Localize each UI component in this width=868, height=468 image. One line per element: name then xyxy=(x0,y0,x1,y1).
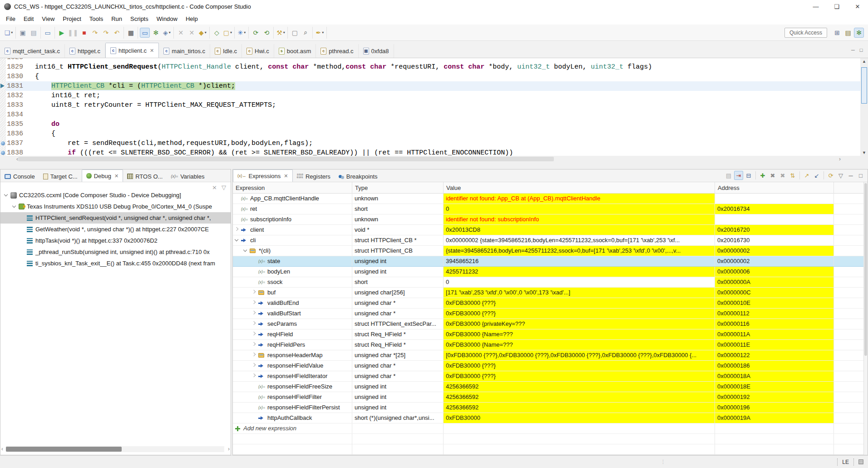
value-cell[interactable]: 4255711232 xyxy=(444,267,715,277)
horizontal-sash[interactable] xyxy=(0,162,868,169)
add-new-expression-row[interactable]: Add new expression xyxy=(233,423,864,434)
editor-vertical-scrollbar[interactable]: ▲ ▼ xyxy=(860,58,868,156)
gutter-annotation[interactable] xyxy=(0,148,6,156)
remove-expression-icon[interactable]: ✖ xyxy=(768,171,777,180)
code-line-1831[interactable]: 1831 HTTPClient_CB *cli = (HTTPClient_CB… xyxy=(0,81,860,91)
expander-icon[interactable] xyxy=(252,290,256,295)
highlight-button[interactable]: ◆▾ xyxy=(197,28,207,38)
expression-row--cli-[interactable]: *(cli)struct HTTPClient_CB{state=3945865… xyxy=(233,246,864,256)
show-columns-icon[interactable]: ⇥ xyxy=(734,171,743,180)
editor-tab-mqtt-client-task-c[interactable]: cmqtt_client_task.c xyxy=(0,44,65,58)
editor-tab-httpclient-c[interactable]: chttpclient.c✕ xyxy=(105,43,159,58)
maximize-editor-button[interactable]: □ xyxy=(857,47,865,53)
minimize-view-button[interactable]: ─ xyxy=(846,171,855,180)
column-header-address[interactable]: Address xyxy=(715,182,834,194)
expression-row-ssock[interactable]: (x)=ssockshort00x0000000A xyxy=(233,277,864,288)
debug-panel-tab-variables[interactable]: (x)=Variables xyxy=(167,171,208,182)
view-menu-chevron[interactable]: ▽ xyxy=(836,171,845,180)
editor-horizontal-scrollbar[interactable]: ‹ › xyxy=(0,156,868,162)
dropdown-caret[interactable]: ▾ xyxy=(322,30,324,35)
debug-horizontal-scrollbar[interactable] xyxy=(6,446,224,452)
value-cell[interactable]: [171 '\xab',253 '\xfd',0 '\x00',0 '\x00'… xyxy=(444,288,715,298)
ccs-debug-perspective-button[interactable]: ✻ xyxy=(854,28,864,38)
pin-view-button[interactable]: ▢ xyxy=(290,28,300,38)
editor-vscroll-thumb[interactable] xyxy=(861,67,867,104)
value-cell[interactable]: 0xFDB30000 {Name=??? xyxy=(444,329,715,339)
value-cell[interactable]: 0x00000002 {state=3945865216,bodyLen=425… xyxy=(444,235,715,245)
tree-row[interactable]: HTTPClient_sendRequest(void *, unsigned … xyxy=(0,212,231,224)
close-view-icon[interactable]: ✕ xyxy=(114,173,118,179)
expander-icon[interactable] xyxy=(252,363,256,368)
menu-window[interactable]: Window xyxy=(153,14,182,24)
value-cell[interactable]: 0 xyxy=(444,277,715,287)
expression-row-secparams[interactable]: secParamsstruct HTTPClient_extSecPar...0… xyxy=(233,319,864,329)
value-cell[interactable]: 3945865216 xyxy=(444,256,715,266)
gutter-annotation[interactable] xyxy=(0,62,6,72)
value-cell[interactable]: 4256366592 xyxy=(444,392,715,402)
value-cell[interactable]: 0xFDB30000 xyxy=(444,413,715,423)
expression-row-validbufstart[interactable]: validBufStartunsigned char *0xFDB30000 {… xyxy=(233,309,864,319)
layout-icon[interactable]: ▤ xyxy=(724,171,733,180)
connect-button[interactable]: ⟳ xyxy=(251,28,261,38)
quick-access-button[interactable]: Quick Access xyxy=(784,28,827,38)
value-cell[interactable]: 0x20013CD8 xyxy=(444,225,715,235)
expr-panel-tab-breakpoints[interactable]: Breakpoints xyxy=(335,171,382,182)
deselect-button[interactable]: ✕ xyxy=(176,28,186,38)
value-cell[interactable]: 0xFDB30000 {???} xyxy=(444,371,715,381)
target-monitor-button[interactable]: ▭ xyxy=(140,28,150,38)
menu-view[interactable]: View xyxy=(38,14,59,24)
expression-row-subscriptioninfo[interactable]: (x)=subscriptionInfounknownidentifier no… xyxy=(233,214,864,225)
expression-row-responsehfieldvalue[interactable]: responseHFieldValueunsigned char *0xFDB3… xyxy=(233,361,864,371)
maximize-button[interactable]: ❏ xyxy=(826,0,847,13)
menu-tools[interactable]: Tools xyxy=(85,14,107,24)
new-target-button[interactable]: ▢▾ xyxy=(222,28,232,38)
code-line-1836[interactable]: 1836 { xyxy=(0,129,860,139)
add-new-expression-label[interactable]: Add new expression xyxy=(243,425,296,432)
gutter-annotation[interactable] xyxy=(0,110,6,119)
expression-row-responsehfieldfreesize[interactable]: (x)=responseHFieldFreeSizeunsigned int42… xyxy=(233,382,864,392)
dropdown-caret[interactable]: ▾ xyxy=(205,30,207,35)
column-header-value[interactable]: Value xyxy=(444,182,715,194)
tree-row[interactable]: ti_sysbios_knl_Task_exit__E() at Task.c:… xyxy=(0,258,231,269)
code-line-1829[interactable]: 1829int16_t HTTPClient_sendRequest(HTTPC… xyxy=(0,62,860,72)
tree-row[interactable]: GetWeather(void *, unsigned char *)() at… xyxy=(0,224,231,235)
expressions-vscroll-thumb[interactable] xyxy=(864,183,867,356)
value-cell[interactable]: 0xFDB30000 {privateKey=??? xyxy=(444,319,715,329)
menu-edit[interactable]: Edit xyxy=(20,14,38,24)
debug-scroll-right-arrow[interactable]: › xyxy=(228,446,230,452)
suspend-button[interactable]: ❚❚ xyxy=(68,28,78,38)
tree-row[interactable]: httpTask(void *)() at httpget.c:337 0x20… xyxy=(0,235,231,246)
menu-scripts[interactable]: Scripts xyxy=(126,14,153,24)
deselect-all-button[interactable]: ✕ xyxy=(187,28,197,38)
expression-row-buf[interactable]: bufunsigned char[256][171 '\xab',253 '\x… xyxy=(233,288,864,298)
breakpoint-button[interactable]: ✳▾ xyxy=(237,28,247,38)
tree-row[interactable]: Texas Instruments XDS110 USB Debug Probe… xyxy=(0,201,231,212)
code-line-1834[interactable]: 1834 xyxy=(0,110,860,119)
add-icon[interactable] xyxy=(235,426,240,431)
gutter-annotation[interactable] xyxy=(0,81,6,91)
expr-panel-tab-expressions[interactable]: (x)↔Expressions✕ xyxy=(233,169,293,182)
dropdown-caret[interactable]: ▾ xyxy=(244,30,246,35)
expression-row-responseheadermap[interactable]: responseHeaderMapunsigned char *[25][0xF… xyxy=(233,350,864,361)
status-grid-icon[interactable] xyxy=(858,459,863,464)
close-tab-icon[interactable]: ✕ xyxy=(150,48,154,54)
menu-file[interactable]: File xyxy=(2,14,20,24)
expression-row-reqhfield[interactable]: reqHFieldstruct Req_HField *0xFDB30000 {… xyxy=(233,329,864,340)
debug-panel-tab-console[interactable]: Console xyxy=(0,171,39,182)
search-button[interactable]: ⌕ xyxy=(301,28,311,38)
tree-row[interactable]: _pthread_runStub(unsigned int, unsigned … xyxy=(0,246,231,258)
reload-icon[interactable]: ⟳ xyxy=(826,171,835,180)
expander-icon[interactable] xyxy=(252,374,256,378)
tree-row[interactable]: CC3220S.ccxml [Code Composer Studio - De… xyxy=(0,189,231,201)
code-line-1830[interactable]: 1830{ xyxy=(0,72,860,81)
step-over-button[interactable]: ↷ xyxy=(101,28,111,38)
expander-icon[interactable] xyxy=(252,343,256,347)
column-header-expression[interactable]: Expression xyxy=(233,182,352,194)
editor-tab-pthread-c[interactable]: cpthread.c xyxy=(316,44,358,58)
scroll-down-arrow[interactable]: ▼ xyxy=(860,150,868,155)
gutter-annotation[interactable] xyxy=(0,139,6,148)
expr-panel-tab-registers[interactable]: 10100101Registers xyxy=(293,171,335,182)
debug-marker-icon[interactable] xyxy=(1,151,5,155)
close-button[interactable]: ✕ xyxy=(847,0,868,13)
menu-project[interactable]: Project xyxy=(59,14,85,24)
